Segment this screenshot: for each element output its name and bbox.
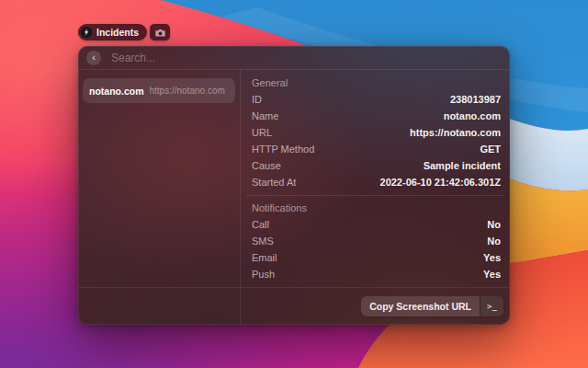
app-window: ‹ notano.com https://notano.com General …	[78, 46, 510, 325]
detail-row-name: Name notano.com	[241, 108, 510, 124]
detail-row-id: ID 238013987	[241, 91, 510, 108]
chevron-left-icon: ‹	[92, 51, 96, 64]
detail-row-cause: Cause Sample incident	[241, 157, 510, 174]
detail-row-http-method: HTTP Method GET	[241, 141, 510, 157]
detail-row-started-at: Started At 2022-06-10 21:42:06.301Z	[241, 174, 510, 190]
screenshot-camera-button[interactable]	[150, 24, 170, 40]
list-item-notano[interactable]: notano.com https://notano.com	[83, 78, 235, 103]
section-divider	[246, 195, 504, 196]
desktop: Incidents ‹ notano.com https://notano.co…	[0, 0, 588, 368]
section-title-notifications: Notifications	[241, 201, 510, 216]
terminal-prompt-icon: >_	[480, 296, 503, 316]
action-bar: Copy Screenshot URL >_	[78, 287, 510, 325]
detail-row-sms: SMS No	[241, 233, 510, 249]
detail-row-push: Push Yes	[241, 266, 510, 282]
pill-label: Incidents	[96, 24, 139, 40]
list-item-url: https://notano.com	[150, 86, 225, 96]
floating-toolbar: Incidents	[78, 24, 170, 40]
detail-row-url: URL https://notano.com	[241, 124, 510, 141]
search-header: ‹	[78, 46, 510, 70]
copy-screenshot-url-button[interactable]: Copy Screenshot URL >_	[361, 296, 503, 316]
copy-button-label: Copy Screenshot URL	[361, 296, 480, 316]
back-button[interactable]: ‹	[86, 51, 101, 65]
bolt-icon	[81, 27, 92, 38]
detail-row-call: Call No	[241, 216, 510, 233]
detail-row-email: Email Yes	[241, 249, 510, 266]
incidents-pill[interactable]: Incidents	[78, 24, 147, 40]
section-title-general: General	[241, 75, 510, 91]
camera-icon	[155, 29, 165, 37]
list-item-name: notano.com	[89, 86, 144, 97]
search-input[interactable]	[109, 51, 510, 65]
